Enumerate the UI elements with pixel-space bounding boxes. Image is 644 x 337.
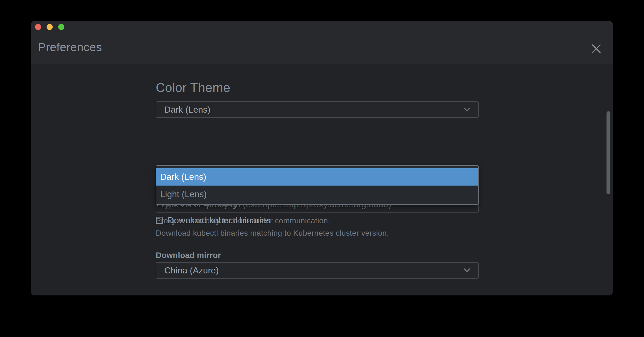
- close-button[interactable]: [590, 42, 603, 55]
- chevron-down-icon: [462, 266, 472, 275]
- page-title: Preferences: [38, 41, 102, 54]
- close-icon: [591, 43, 602, 55]
- download-mirror-select[interactable]: China (Azure): [156, 262, 479, 279]
- color-theme-dropdown-menu: Dark (Lens) Light (Lens): [156, 165, 479, 205]
- download-mirror-label: Download mirror: [156, 251, 221, 260]
- download-kubectl-checkbox-label: Download kubectl binaries: [168, 215, 271, 225]
- download-kubectl-checkbox-row[interactable]: Download kubectl binaries: [156, 215, 271, 225]
- download-mirror-select-value: China (Azure): [164, 265, 462, 276]
- zoom-traffic-light-icon[interactable]: [58, 24, 64, 30]
- traffic-lights: [35, 24, 64, 30]
- color-theme-select[interactable]: Dark (Lens): [156, 101, 479, 118]
- preferences-window: Preferences Color Theme Dark (Lens) Dark…: [31, 21, 613, 295]
- color-theme-select-value: Dark (Lens): [164, 105, 462, 115]
- download-kubectl-checkbox[interactable]: [156, 217, 163, 224]
- section-heading-color-theme: Color Theme: [156, 80, 230, 95]
- preferences-content: Color Theme Dark (Lens) Dark (Lens) Ligh…: [31, 64, 613, 295]
- close-traffic-light-icon[interactable]: [35, 24, 41, 30]
- chevron-down-icon: [462, 105, 472, 114]
- kubectl-helper-text: Download kubectl binaries matching to Ku…: [156, 229, 389, 238]
- minimize-traffic-light-icon[interactable]: [47, 24, 53, 30]
- window-titlebar: Preferences: [31, 21, 613, 64]
- scrollbar-thumb[interactable]: [607, 111, 610, 194]
- dropdown-option-dark-lens[interactable]: Dark (Lens): [156, 168, 478, 186]
- dropdown-option-light-lens[interactable]: Light (Lens): [156, 186, 478, 203]
